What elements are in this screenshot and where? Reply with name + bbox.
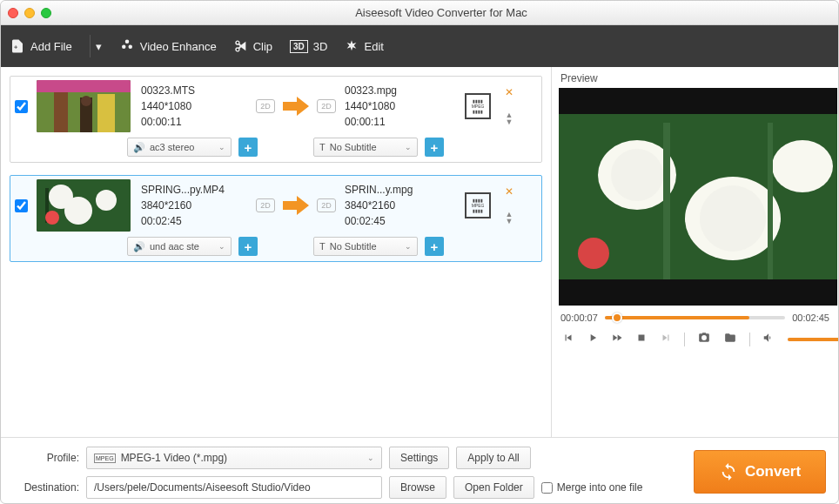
- dest-name: SPRIN...y.mpg: [345, 182, 454, 198]
- source-info: SPRING...py.MP4 3840*2160 00:02:45: [138, 179, 249, 232]
- profile-select[interactable]: MPEG MPEG-1 Video (*.mpg) ⌄: [86, 447, 382, 469]
- three-d-button[interactable]: 3D 3D: [290, 40, 327, 53]
- item-thumbnail[interactable]: [37, 80, 131, 132]
- open-snapshot-folder-button[interactable]: [723, 332, 737, 347]
- file-list: 00323.MTS 1440*1080 00:00:11 2D 2D 00323…: [1, 67, 551, 437]
- move-item-buttons[interactable]: ▲▼: [506, 111, 513, 125]
- codec-icon[interactable]: ▮▮▮▮MPEG▮▮▮▮: [461, 80, 494, 132]
- toolbar-divider: [90, 35, 91, 57]
- audio-value: und aac ste: [150, 241, 199, 252]
- three-d-label: 3D: [313, 40, 328, 53]
- open-folder-button[interactable]: Open Folder: [453, 476, 534, 499]
- current-time: 00:00:07: [560, 312, 598, 323]
- prev-button[interactable]: [562, 332, 574, 347]
- apply-to-all-button[interactable]: Apply to All: [456, 447, 530, 469]
- volume-icon[interactable]: [762, 332, 775, 347]
- convert-button[interactable]: Convert: [694, 450, 826, 494]
- preview-panel: Preview 00:00:07 00:02:45: [551, 67, 838, 437]
- file-item[interactable]: 00323.MTS 1440*1080 00:00:11 2D 2D 00323…: [10, 76, 542, 163]
- merge-checkbox[interactable]: [541, 482, 553, 494]
- dest-duration: 00:00:11: [345, 114, 454, 130]
- item-thumbnail[interactable]: [37, 179, 131, 232]
- remove-item-button[interactable]: ✕: [505, 185, 513, 198]
- svg-rect-19: [663, 123, 670, 279]
- preview-screen[interactable]: [559, 88, 837, 306]
- chevron-down-icon: ⌄: [405, 143, 412, 151]
- volume-fill: [788, 338, 839, 341]
- destination-value: /Users/pele/Documents/Aiseesoft Studio/V…: [94, 481, 311, 494]
- add-file-dropdown[interactable]: ▾: [96, 40, 102, 53]
- speaker-icon: 🔊: [133, 241, 145, 252]
- codec-icon[interactable]: ▮▮▮▮MPEG▮▮▮▮: [461, 179, 494, 232]
- subtitle-value: No Subtitle: [330, 241, 377, 252]
- svg-point-9: [96, 190, 117, 211]
- merge-label: Merge into one file: [557, 481, 643, 494]
- source-duration: 00:00:11: [141, 114, 249, 130]
- svg-point-11: [45, 211, 59, 225]
- item-checkbox[interactable]: [15, 100, 28, 113]
- source-name: SPRING...py.MP4: [141, 182, 249, 198]
- total-time: 00:02:45: [792, 312, 829, 323]
- audio-track-select[interactable]: 🔊 und aac ste ⌄: [127, 237, 232, 256]
- clip-button[interactable]: Clip: [234, 39, 272, 53]
- source-resolution: 3840*2160: [141, 198, 249, 213]
- mpeg-icon: MPEG: [94, 454, 116, 463]
- svg-point-18: [700, 185, 766, 252]
- footer: Profile: MPEG MPEG-1 Video (*.mpg) ⌄ Set…: [1, 437, 838, 504]
- svg-point-21: [578, 238, 609, 269]
- seek-handle[interactable]: [612, 312, 622, 323]
- remove-item-button[interactable]: ✕: [505, 86, 513, 98]
- close-window-button[interactable]: [8, 8, 18, 18]
- snapshot-button[interactable]: [697, 332, 711, 347]
- add-subtitle-button[interactable]: +: [425, 237, 444, 256]
- subtitle-select[interactable]: T No Subtitle ⌄: [313, 138, 418, 157]
- browse-button[interactable]: Browse: [389, 476, 446, 499]
- zoom-window-button[interactable]: [41, 8, 51, 18]
- speaker-icon: 🔊: [133, 142, 145, 153]
- fast-forward-button[interactable]: [611, 332, 623, 347]
- subtitle-select[interactable]: T No Subtitle ⌄: [313, 237, 418, 256]
- window-title: Aiseesoft Video Converter for Mac: [51, 6, 831, 19]
- svg-point-16: [772, 140, 833, 192]
- chevron-down-icon: ⌄: [218, 242, 225, 251]
- svg-rect-20: [768, 123, 773, 279]
- three-d-icon: 3D: [290, 40, 308, 53]
- source-badge: 2D: [256, 198, 275, 212]
- titlebar: Aiseesoft Video Converter for Mac: [1, 1, 838, 25]
- stop-button[interactable]: [635, 332, 648, 347]
- item-side-controls: ✕ ▲▼: [501, 179, 517, 232]
- next-button[interactable]: [660, 332, 672, 347]
- audio-value: ac3 stereo: [150, 142, 194, 152]
- video-enhance-button[interactable]: Video Enhance: [119, 38, 217, 54]
- svg-point-4: [81, 96, 91, 106]
- source-badge: 2D: [256, 99, 275, 113]
- file-item[interactable]: SPRING...py.MP4 3840*2160 00:02:45 2D 2D…: [10, 175, 542, 262]
- add-audio-button[interactable]: +: [238, 237, 258, 256]
- svg-rect-2: [54, 92, 68, 132]
- subtitle-icon: T: [319, 142, 326, 152]
- arrow-icon: [282, 179, 310, 232]
- edit-label: Edit: [364, 40, 383, 53]
- move-item-buttons[interactable]: ▲▼: [506, 211, 513, 225]
- add-subtitle-button[interactable]: +: [425, 138, 444, 157]
- settings-button[interactable]: Settings: [389, 447, 449, 469]
- content-area: 00323.MTS 1440*1080 00:00:11 2D 2D 00323…: [1, 67, 838, 437]
- add-file-button[interactable]: Add File: [10, 38, 72, 54]
- dest-name: 00323.mpg: [345, 83, 454, 98]
- destination-input[interactable]: /Users/pele/Documents/Aiseesoft Studio/V…: [86, 476, 382, 499]
- add-file-label: Add File: [30, 40, 72, 53]
- timeline: 00:00:07 00:02:45: [552, 306, 829, 328]
- edit-button[interactable]: Edit: [345, 39, 383, 53]
- seek-fill: [605, 316, 749, 319]
- item-checkbox[interactable]: [15, 199, 28, 212]
- clip-label: Clip: [253, 40, 272, 53]
- svg-point-8: [64, 197, 92, 225]
- settings-label: Settings: [400, 452, 438, 464]
- minimize-window-button[interactable]: [24, 8, 35, 18]
- merge-checkbox-wrap[interactable]: Merge into one file: [541, 481, 643, 494]
- add-audio-button[interactable]: +: [238, 138, 258, 157]
- play-button[interactable]: [587, 332, 599, 347]
- audio-track-select[interactable]: 🔊 ac3 stereo ⌄: [127, 138, 232, 157]
- seek-bar[interactable]: [605, 316, 785, 319]
- volume-slider[interactable]: [788, 338, 829, 341]
